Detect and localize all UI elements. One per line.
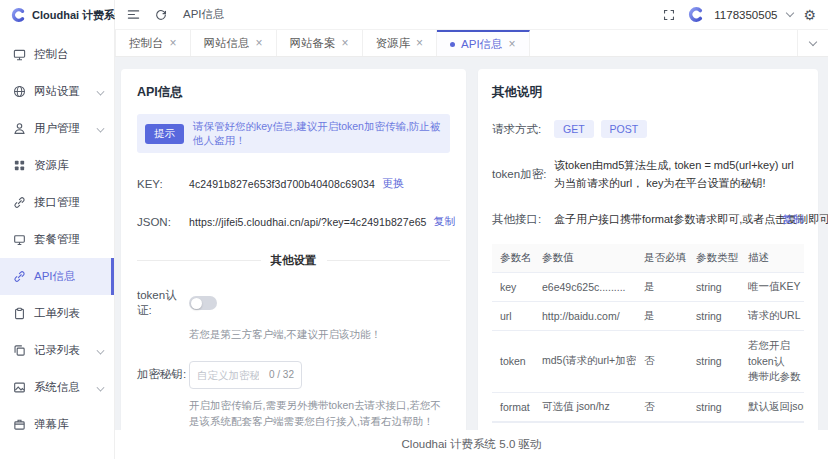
cell-name: key bbox=[492, 272, 534, 301]
sidebar-item-label: 接口管理 bbox=[34, 195, 106, 210]
other-api-label: 其他接口: bbox=[492, 212, 554, 227]
secret-row: 加密秘钥: 0 / 32 bbox=[137, 361, 450, 389]
token-auth-hint: 若您是第三方客户端,不建议开启该功能！ bbox=[189, 326, 447, 342]
menu-fold-icon[interactable] bbox=[127, 8, 141, 22]
chevron-down-icon bbox=[97, 347, 105, 355]
fullscreen-icon[interactable] bbox=[663, 8, 677, 22]
col-header: 是否必填 bbox=[636, 244, 688, 273]
get-badge[interactable]: GET bbox=[554, 120, 594, 138]
brand: Cloudhai 计费系统 bbox=[0, 0, 114, 30]
cell-type: string bbox=[688, 393, 740, 422]
footer-text: Cloudhai 计费系统 5.0 驱动 bbox=[402, 437, 542, 452]
tab-api-info[interactable]: API信息 × bbox=[437, 30, 530, 56]
params-table: 参数名 参数值 是否必填 参数类型 描述 key e6e49c625c.....… bbox=[492, 244, 804, 422]
close-icon[interactable]: × bbox=[509, 38, 516, 50]
sidebar-item-label: 记录列表 bbox=[34, 343, 89, 358]
sidebar-item-label: 用户管理 bbox=[34, 121, 89, 136]
sidebar-item-label: 网站设置 bbox=[34, 84, 89, 99]
sidebar-item-work-orders[interactable]: 工单列表 bbox=[0, 295, 114, 332]
sidebar: Cloudhai 计费系统 控制台 网站设置 用户管理 资源库 bbox=[0, 0, 115, 459]
key-replace-link[interactable]: 更换 bbox=[382, 176, 404, 191]
col-header: 参数类型 bbox=[688, 244, 740, 273]
sidebar-item-console[interactable]: 控制台 bbox=[0, 36, 114, 73]
chevron-down-icon[interactable] bbox=[786, 9, 794, 17]
key-alert: 提示 请保管好您的key信息,建议开启token加密传输,防止被他人盗用！ bbox=[137, 114, 450, 153]
alert-badge: 提示 bbox=[145, 124, 184, 144]
token-auth-label: token认证: bbox=[137, 288, 189, 318]
tabbar: 控制台 × 网站信息 × 网站备案 × 资源库 × API信息 × bbox=[115, 30, 828, 57]
close-icon[interactable]: × bbox=[416, 37, 423, 49]
cell-required: 是 bbox=[636, 272, 688, 301]
secret-input[interactable] bbox=[197, 369, 259, 381]
secret-label: 加密秘钥: bbox=[137, 367, 189, 382]
brand-name: Cloudhai 计费系统 bbox=[32, 8, 126, 23]
sidebar-item-danmaku-library[interactable]: 弹幕库 bbox=[0, 406, 114, 443]
tab-label: 网站备案 bbox=[290, 36, 336, 51]
sidebar-item-label: 弹幕库 bbox=[34, 417, 106, 432]
tabbar-collapse-button[interactable] bbox=[797, 30, 828, 56]
token-encrypt-label: token加密: bbox=[492, 167, 554, 182]
refresh-icon[interactable] bbox=[155, 8, 169, 22]
cell-value: 可选值 json/hz bbox=[534, 393, 636, 422]
cell-desc: 请求的URL bbox=[740, 301, 804, 330]
active-dot bbox=[450, 42, 455, 47]
other-settings-divider: 其他设置 bbox=[137, 253, 450, 268]
post-badge[interactable]: POST bbox=[601, 120, 648, 138]
sidebar-item-system-info[interactable]: 系统信息 bbox=[0, 369, 114, 406]
chevron-down-icon bbox=[809, 37, 817, 45]
method-row: 请求方式: GET POST bbox=[492, 120, 804, 138]
topbar: API信息 1178350505 ⚙ bbox=[115, 0, 828, 30]
cell-required: 否 bbox=[636, 393, 688, 422]
cell-type: string bbox=[688, 272, 740, 301]
token-auth-toggle[interactable] bbox=[189, 296, 217, 310]
sidebar-item-site-settings[interactable]: 网站设置 bbox=[0, 73, 114, 110]
sidebar-item-resource-library[interactable]: 资源库 bbox=[0, 147, 114, 184]
topbar-right: 1178350505 ⚙ bbox=[663, 6, 816, 23]
tab-label: 控制台 bbox=[129, 36, 164, 51]
json-row: JSON: https://jifei5.cloudhai.cn/api/?ke… bbox=[137, 214, 450, 229]
avatar[interactable] bbox=[687, 6, 704, 23]
json-copy-link[interactable]: 复制 bbox=[434, 214, 456, 229]
sidebar-item-label: 系统信息 bbox=[34, 380, 89, 395]
sidebar-item-label: API信息 bbox=[34, 269, 106, 284]
link-icon bbox=[13, 196, 26, 209]
tab-resource-library[interactable]: 资源库 × bbox=[363, 30, 438, 56]
copy-icon bbox=[13, 344, 26, 357]
account-number[interactable]: 1178350505 bbox=[714, 9, 777, 21]
secret-hint: 开启加密传输后,需要另外携带token去请求接口,若您不是该系统配套客户端需要您… bbox=[189, 397, 447, 430]
key-label: KEY: bbox=[137, 178, 189, 190]
tab-site-info[interactable]: 网站信息 × bbox=[191, 30, 277, 56]
sidebar-item-user-management[interactable]: 用户管理 bbox=[0, 110, 114, 147]
table-row: key e6e49c625c......... 是 string 唯一值KEY bbox=[492, 272, 804, 301]
card-title: 其他说明 bbox=[492, 84, 804, 101]
sidebar-item-interface-management[interactable]: 接口管理 bbox=[0, 184, 114, 221]
gear-icon[interactable]: ⚙ bbox=[803, 8, 816, 22]
other-api-copy-link[interactable]: 复制 bbox=[782, 212, 804, 227]
cell-value: md5(请求的url+加密秘钥) bbox=[534, 330, 636, 392]
chevron-down-icon bbox=[97, 88, 105, 96]
cell-required: 是 bbox=[636, 301, 688, 330]
alert-message: 请保管好您的key信息,建议开启token加密传输,防止被他人盗用！ bbox=[193, 120, 442, 147]
monitor-icon bbox=[13, 48, 26, 61]
sidebar-item-label: 工单列表 bbox=[34, 306, 106, 321]
close-icon[interactable]: × bbox=[170, 37, 177, 49]
tab-site-record[interactable]: 网站备案 × bbox=[277, 30, 363, 56]
app-window: Cloudhai 计费系统 控制台 网站设置 用户管理 资源库 bbox=[0, 0, 828, 459]
api-info-card: API信息 提示 请保管好您的key信息,建议开启token加密传输,防止被他人… bbox=[121, 69, 466, 430]
other-api-row: 其他接口: 盒子用户接口携带format参数请求即可,或者点击复制即可 复制 bbox=[492, 211, 804, 229]
close-icon[interactable]: × bbox=[256, 37, 263, 49]
sidebar-item-label: 资源库 bbox=[34, 158, 106, 173]
image-icon bbox=[13, 381, 26, 394]
params-table-wrap: 参数名 参数值 是否必填 参数类型 描述 key e6e49c625c.....… bbox=[492, 244, 804, 423]
close-icon[interactable]: × bbox=[342, 37, 349, 49]
sidebar-item-label: 控制台 bbox=[34, 47, 106, 62]
sidebar-item-api-info[interactable]: API信息 bbox=[0, 258, 114, 295]
cloudhai-logo-icon bbox=[10, 7, 26, 23]
cell-name: token bbox=[492, 330, 534, 392]
tab-console[interactable]: 控制台 × bbox=[115, 30, 191, 56]
footer: Cloudhai 计费系统 5.0 驱动 bbox=[115, 430, 828, 459]
sidebar-item-package-management[interactable]: 套餐管理 bbox=[0, 221, 114, 258]
other-api-text: 盒子用户接口携带format参数请求即可,或者点击复制即可 bbox=[554, 211, 775, 229]
sidebar-item-records[interactable]: 记录列表 bbox=[0, 332, 114, 369]
user-icon bbox=[13, 122, 26, 135]
